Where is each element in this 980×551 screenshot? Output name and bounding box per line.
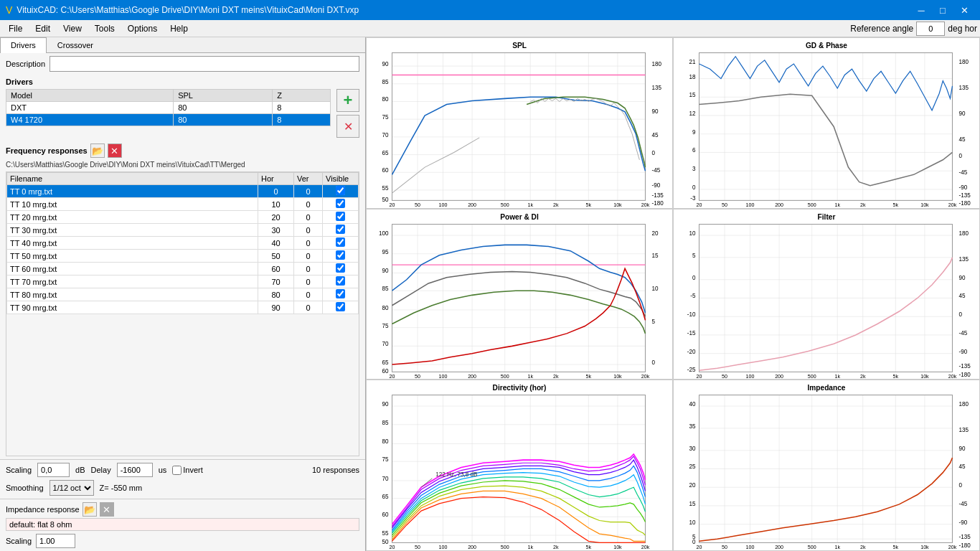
- freq-ver: 0: [294, 263, 323, 276]
- description-input[interactable]: [50, 56, 359, 72]
- menubar: File Edit View Tools Options Help Refere…: [0, 20, 980, 37]
- freq-hor: 80: [258, 288, 294, 301]
- svg-text:500: 500: [808, 373, 816, 379]
- freq-visible-checkbox[interactable]: [336, 263, 345, 273]
- tab-drivers[interactable]: Drivers: [0, 37, 47, 53]
- freq-visible-checkbox[interactable]: [336, 302, 345, 311]
- invert-group: Invert: [172, 466, 203, 475]
- svg-text:20: 20: [697, 202, 702, 208]
- freq-open-button[interactable]: 📂: [90, 143, 105, 158]
- menu-edit[interactable]: Edit: [29, 22, 56, 35]
- freq-visible-checkbox[interactable]: [336, 186, 345, 195]
- freq-visible-checkbox[interactable]: [336, 225, 345, 234]
- freq-visible-checkbox[interactable]: [336, 250, 345, 260]
- freq-filename: TT 20 mrg.txt: [7, 211, 258, 224]
- close-button[interactable]: ✕: [954, 0, 974, 20]
- freq-row[interactable]: TT 80 mrg.txt 80 0: [7, 288, 359, 301]
- freq-title: Frequency responses: [6, 146, 88, 155]
- freq-hor: 60: [258, 263, 294, 276]
- svg-text:5k: 5k: [893, 545, 899, 550]
- imp-scaling-input[interactable]: [36, 534, 75, 548]
- imp-open-button[interactable]: 📂: [83, 502, 97, 517]
- menu-help[interactable]: Help: [164, 22, 194, 35]
- drivers-tbody: DXT808W4 1720808: [6, 102, 331, 126]
- svg-text:2k: 2k: [860, 373, 866, 379]
- driver-spl: 80: [174, 102, 273, 114]
- driver-row[interactable]: DXT808: [6, 102, 331, 114]
- freq-visible-checkbox[interactable]: [336, 289, 345, 298]
- titlebar-title: VituixCAD: C:\Users\Matthias\Google Driv…: [17, 5, 359, 15]
- minimize-button[interactable]: ─: [911, 0, 931, 20]
- freq-visible[interactable]: [323, 250, 359, 263]
- freq-ver: 0: [294, 198, 323, 211]
- freq-visible-checkbox[interactable]: [336, 199, 345, 208]
- smoothing-row: Smoothing 1/12 oct 1/1 oct 1/2 oct 1/3 o…: [6, 480, 359, 496]
- freq-table-wrap[interactable]: Filename Hor Ver Visible TT 0 mrg.txt 0 …: [6, 171, 359, 456]
- freq-visible[interactable]: [323, 276, 359, 288]
- freq-visible-checkbox[interactable]: [336, 212, 345, 221]
- svg-text:20k: 20k: [948, 545, 957, 550]
- svg-text:90: 90: [382, 401, 388, 408]
- svg-text:0: 0: [959, 482, 963, 489]
- smoothing-select[interactable]: 1/12 oct 1/1 oct 1/2 oct 1/3 oct 1/6 oct…: [50, 480, 94, 496]
- freq-row[interactable]: TT 60 mrg.txt 60 0: [7, 263, 359, 276]
- driver-z: 8: [273, 102, 331, 114]
- menu-view[interactable]: View: [57, 22, 88, 35]
- freq-row[interactable]: TT 20 mrg.txt 20 0: [7, 211, 359, 224]
- menu-tools[interactable]: Tools: [89, 22, 121, 35]
- freq-hor: 90: [258, 301, 294, 314]
- freq-filename: TT 10 mrg.txt: [7, 198, 258, 211]
- svg-text:75: 75: [382, 114, 388, 121]
- imp-delete-button[interactable]: ✕: [100, 502, 114, 517]
- svg-text:135: 135: [959, 85, 969, 91]
- freq-row[interactable]: TT 0 mrg.txt 0 0: [7, 185, 359, 198]
- driver-model: W4 1720: [6, 114, 174, 126]
- menu-file[interactable]: File: [3, 22, 28, 35]
- freq-visible[interactable]: [323, 263, 359, 276]
- svg-rect-99: [367, 209, 672, 380]
- add-driver-button[interactable]: +: [336, 89, 359, 112]
- freq-visible[interactable]: [323, 288, 359, 301]
- scaling-input[interactable]: [37, 463, 70, 477]
- svg-text:50: 50: [382, 540, 388, 546]
- tab-crossover[interactable]: Crossover: [47, 37, 104, 52]
- svg-text:10k: 10k: [613, 202, 622, 208]
- svg-text:50: 50: [415, 202, 420, 208]
- freq-visible[interactable]: [323, 198, 359, 211]
- directivity-chart: Directivity (hor) 90 85 80 75 70 65 60 5…: [366, 380, 673, 551]
- remove-driver-button[interactable]: ✕: [336, 115, 359, 138]
- freq-row[interactable]: TT 50 mrg.txt 50 0: [7, 250, 359, 263]
- freq-row[interactable]: TT 90 mrg.txt 90 0: [7, 301, 359, 314]
- svg-text:5k: 5k: [586, 373, 592, 379]
- freq-visible[interactable]: [323, 237, 359, 250]
- svg-text:-135: -135: [652, 192, 664, 199]
- freq-row[interactable]: TT 30 mrg.txt 30 0: [7, 224, 359, 237]
- reference-angle-input[interactable]: [916, 22, 945, 36]
- freq-row[interactable]: TT 10 mrg.txt 10 0: [7, 198, 359, 211]
- svg-text:65: 65: [382, 494, 388, 500]
- maximize-button[interactable]: □: [933, 0, 953, 20]
- freq-visible[interactable]: [323, 224, 359, 237]
- svg-text:-45: -45: [959, 330, 968, 336]
- freq-visible[interactable]: [323, 185, 359, 198]
- col-spl: SPL: [174, 90, 273, 102]
- freq-visible[interactable]: [323, 211, 359, 224]
- freq-visible-checkbox[interactable]: [336, 276, 345, 286]
- invert-checkbox[interactable]: [172, 466, 182, 475]
- freq-delete-button[interactable]: ✕: [108, 143, 122, 158]
- svg-text:Directivity (hor): Directivity (hor): [493, 385, 547, 392]
- freq-visible-checkbox[interactable]: [336, 237, 345, 247]
- svg-text:5k: 5k: [586, 545, 592, 550]
- menu-options[interactable]: Options: [122, 22, 163, 35]
- freq-row[interactable]: TT 40 mrg.txt 40 0: [7, 237, 359, 250]
- delay-input[interactable]: [117, 463, 153, 477]
- scaling-row: Scaling dB Delay us Invert 10 responses: [6, 463, 359, 477]
- freq-row[interactable]: TT 70 mrg.txt 70 0: [7, 276, 359, 288]
- drivers-table: Model SPL Z DXT808W4 1720808: [6, 89, 331, 126]
- svg-text:40: 40: [689, 401, 695, 408]
- freq-visible[interactable]: [323, 301, 359, 314]
- driver-row[interactable]: W4 1720808: [6, 114, 331, 126]
- svg-text:-90: -90: [959, 184, 968, 191]
- svg-text:65: 65: [382, 150, 388, 156]
- svg-text:50: 50: [722, 373, 727, 379]
